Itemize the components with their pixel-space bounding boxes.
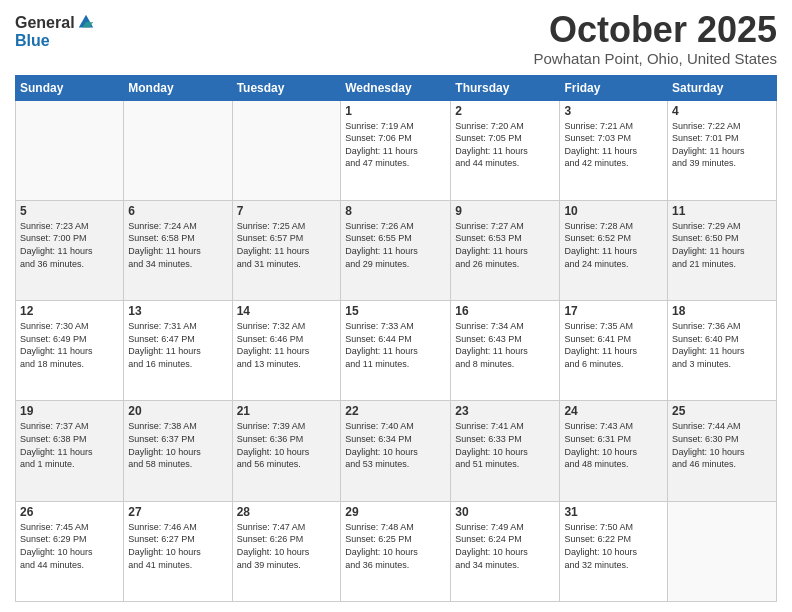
day-number: 26 — [20, 505, 119, 519]
day-info: Sunrise: 7:28 AMSunset: 6:52 PMDaylight:… — [564, 220, 663, 270]
day-info: Sunrise: 7:19 AMSunset: 7:06 PMDaylight:… — [345, 120, 446, 170]
logo-text: General Blue — [15, 14, 95, 49]
day-info: Sunrise: 7:22 AMSunset: 7:01 PMDaylight:… — [672, 120, 772, 170]
day-number: 18 — [672, 304, 772, 318]
day-number: 12 — [20, 304, 119, 318]
day-info: Sunrise: 7:34 AMSunset: 6:43 PMDaylight:… — [455, 320, 555, 370]
day-info: Sunrise: 7:29 AMSunset: 6:50 PMDaylight:… — [672, 220, 772, 270]
calendar-day: 18Sunrise: 7:36 AMSunset: 6:40 PMDayligh… — [668, 301, 777, 401]
day-info: Sunrise: 7:24 AMSunset: 6:58 PMDaylight:… — [128, 220, 227, 270]
calendar-day: 31Sunrise: 7:50 AMSunset: 6:22 PMDayligh… — [560, 501, 668, 601]
day-number: 13 — [128, 304, 227, 318]
calendar-day — [668, 501, 777, 601]
calendar-day: 27Sunrise: 7:46 AMSunset: 6:27 PMDayligh… — [124, 501, 232, 601]
calendar-day: 13Sunrise: 7:31 AMSunset: 6:47 PMDayligh… — [124, 301, 232, 401]
day-number: 3 — [564, 104, 663, 118]
logo-blue: Blue — [15, 32, 95, 50]
day-info: Sunrise: 7:37 AMSunset: 6:38 PMDaylight:… — [20, 420, 119, 470]
col-saturday: Saturday — [668, 75, 777, 100]
calendar-week-1: 1Sunrise: 7:19 AMSunset: 7:06 PMDaylight… — [16, 100, 777, 200]
day-number: 28 — [237, 505, 337, 519]
calendar-day: 17Sunrise: 7:35 AMSunset: 6:41 PMDayligh… — [560, 301, 668, 401]
day-number: 8 — [345, 204, 446, 218]
calendar-day: 20Sunrise: 7:38 AMSunset: 6:37 PMDayligh… — [124, 401, 232, 501]
calendar-day: 24Sunrise: 7:43 AMSunset: 6:31 PMDayligh… — [560, 401, 668, 501]
day-info: Sunrise: 7:38 AMSunset: 6:37 PMDaylight:… — [128, 420, 227, 470]
col-thursday: Thursday — [451, 75, 560, 100]
calendar-day: 21Sunrise: 7:39 AMSunset: 6:36 PMDayligh… — [232, 401, 341, 501]
day-number: 2 — [455, 104, 555, 118]
calendar-day: 5Sunrise: 7:23 AMSunset: 7:00 PMDaylight… — [16, 200, 124, 300]
day-number: 16 — [455, 304, 555, 318]
calendar-day: 10Sunrise: 7:28 AMSunset: 6:52 PMDayligh… — [560, 200, 668, 300]
day-info: Sunrise: 7:45 AMSunset: 6:29 PMDaylight:… — [20, 521, 119, 571]
day-info: Sunrise: 7:46 AMSunset: 6:27 PMDaylight:… — [128, 521, 227, 571]
day-info: Sunrise: 7:48 AMSunset: 6:25 PMDaylight:… — [345, 521, 446, 571]
day-info: Sunrise: 7:20 AMSunset: 7:05 PMDaylight:… — [455, 120, 555, 170]
calendar-day: 22Sunrise: 7:40 AMSunset: 6:34 PMDayligh… — [341, 401, 451, 501]
title-block: October 2025 Powhatan Point, Ohio, Unite… — [534, 10, 777, 67]
calendar-day: 30Sunrise: 7:49 AMSunset: 6:24 PMDayligh… — [451, 501, 560, 601]
calendar-table: Sunday Monday Tuesday Wednesday Thursday… — [15, 75, 777, 602]
day-number: 29 — [345, 505, 446, 519]
day-info: Sunrise: 7:50 AMSunset: 6:22 PMDaylight:… — [564, 521, 663, 571]
col-monday: Monday — [124, 75, 232, 100]
col-wednesday: Wednesday — [341, 75, 451, 100]
day-number: 6 — [128, 204, 227, 218]
day-number: 7 — [237, 204, 337, 218]
calendar-day: 15Sunrise: 7:33 AMSunset: 6:44 PMDayligh… — [341, 301, 451, 401]
calendar-day: 25Sunrise: 7:44 AMSunset: 6:30 PMDayligh… — [668, 401, 777, 501]
calendar-day: 28Sunrise: 7:47 AMSunset: 6:26 PMDayligh… — [232, 501, 341, 601]
logo-icon — [77, 13, 95, 31]
day-info: Sunrise: 7:40 AMSunset: 6:34 PMDaylight:… — [345, 420, 446, 470]
calendar-day: 6Sunrise: 7:24 AMSunset: 6:58 PMDaylight… — [124, 200, 232, 300]
calendar-day: 11Sunrise: 7:29 AMSunset: 6:50 PMDayligh… — [668, 200, 777, 300]
day-number: 17 — [564, 304, 663, 318]
day-info: Sunrise: 7:21 AMSunset: 7:03 PMDaylight:… — [564, 120, 663, 170]
calendar-day — [124, 100, 232, 200]
day-number: 4 — [672, 104, 772, 118]
day-info: Sunrise: 7:26 AMSunset: 6:55 PMDaylight:… — [345, 220, 446, 270]
day-number: 1 — [345, 104, 446, 118]
day-info: Sunrise: 7:33 AMSunset: 6:44 PMDaylight:… — [345, 320, 446, 370]
day-number: 24 — [564, 404, 663, 418]
day-number: 19 — [20, 404, 119, 418]
day-number: 21 — [237, 404, 337, 418]
calendar-day: 26Sunrise: 7:45 AMSunset: 6:29 PMDayligh… — [16, 501, 124, 601]
calendar-day: 1Sunrise: 7:19 AMSunset: 7:06 PMDaylight… — [341, 100, 451, 200]
day-number: 15 — [345, 304, 446, 318]
col-tuesday: Tuesday — [232, 75, 341, 100]
calendar-day: 3Sunrise: 7:21 AMSunset: 7:03 PMDaylight… — [560, 100, 668, 200]
calendar-header-row: Sunday Monday Tuesday Wednesday Thursday… — [16, 75, 777, 100]
day-number: 11 — [672, 204, 772, 218]
col-friday: Friday — [560, 75, 668, 100]
day-info: Sunrise: 7:36 AMSunset: 6:40 PMDaylight:… — [672, 320, 772, 370]
day-number: 25 — [672, 404, 772, 418]
day-info: Sunrise: 7:49 AMSunset: 6:24 PMDaylight:… — [455, 521, 555, 571]
day-info: Sunrise: 7:30 AMSunset: 6:49 PMDaylight:… — [20, 320, 119, 370]
day-info: Sunrise: 7:25 AMSunset: 6:57 PMDaylight:… — [237, 220, 337, 270]
day-number: 14 — [237, 304, 337, 318]
day-number: 31 — [564, 505, 663, 519]
day-number: 30 — [455, 505, 555, 519]
calendar-day: 8Sunrise: 7:26 AMSunset: 6:55 PMDaylight… — [341, 200, 451, 300]
calendar-day: 14Sunrise: 7:32 AMSunset: 6:46 PMDayligh… — [232, 301, 341, 401]
location-title: Powhatan Point, Ohio, United States — [534, 50, 777, 67]
day-info: Sunrise: 7:32 AMSunset: 6:46 PMDaylight:… — [237, 320, 337, 370]
day-number: 23 — [455, 404, 555, 418]
calendar-day: 16Sunrise: 7:34 AMSunset: 6:43 PMDayligh… — [451, 301, 560, 401]
day-info: Sunrise: 7:31 AMSunset: 6:47 PMDaylight:… — [128, 320, 227, 370]
calendar-day: 2Sunrise: 7:20 AMSunset: 7:05 PMDaylight… — [451, 100, 560, 200]
day-info: Sunrise: 7:41 AMSunset: 6:33 PMDaylight:… — [455, 420, 555, 470]
day-number: 9 — [455, 204, 555, 218]
calendar-day: 4Sunrise: 7:22 AMSunset: 7:01 PMDaylight… — [668, 100, 777, 200]
calendar-day: 29Sunrise: 7:48 AMSunset: 6:25 PMDayligh… — [341, 501, 451, 601]
day-info: Sunrise: 7:39 AMSunset: 6:36 PMDaylight:… — [237, 420, 337, 470]
calendar-day: 7Sunrise: 7:25 AMSunset: 6:57 PMDaylight… — [232, 200, 341, 300]
header: General Blue October 2025 Powhatan Point… — [15, 10, 777, 67]
page: General Blue October 2025 Powhatan Point… — [0, 0, 792, 612]
day-number: 22 — [345, 404, 446, 418]
day-info: Sunrise: 7:23 AMSunset: 7:00 PMDaylight:… — [20, 220, 119, 270]
calendar-day — [232, 100, 341, 200]
logo: General Blue — [15, 14, 95, 49]
